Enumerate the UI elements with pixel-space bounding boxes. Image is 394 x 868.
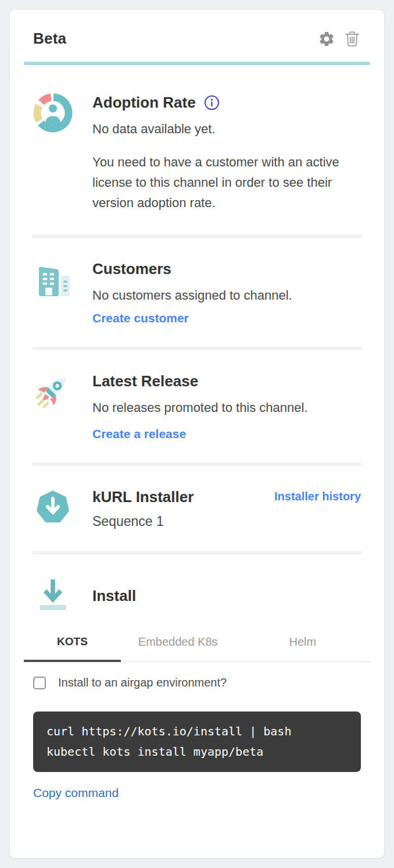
latest-release-title: Latest Release bbox=[92, 372, 361, 391]
command-line: kubectl kots install myapp/beta bbox=[46, 742, 348, 762]
tab-kots[interactable]: KOTS bbox=[24, 631, 121, 661]
latest-release-section: Latest Release No releases promoted to t… bbox=[24, 372, 370, 440]
tab-embedded-k8s[interactable]: Embedded K8s bbox=[121, 631, 235, 661]
rocket-icon bbox=[33, 372, 73, 411]
card-header: Beta bbox=[24, 30, 370, 48]
kurl-installer-content: kURL Installer Installer history Sequenc… bbox=[92, 488, 361, 530]
gear-icon[interactable] bbox=[318, 30, 335, 48]
customers-section: Customers No customers assigned to chann… bbox=[24, 259, 370, 325]
section-divider bbox=[32, 551, 362, 554]
install-tabs: KOTS Embedded K8s Helm bbox=[24, 631, 370, 662]
airgap-label: Install to an airgap environment? bbox=[58, 676, 227, 689]
download-arrow-icon bbox=[33, 576, 73, 616]
section-divider bbox=[32, 234, 362, 238]
section-divider bbox=[32, 463, 362, 466]
adoption-rate-section: Adoption Rate No data available yet. You… bbox=[24, 93, 370, 213]
release-empty-message: No releases promoted to this channel. bbox=[92, 400, 361, 417]
installer-sequence: Sequence 1 bbox=[92, 514, 361, 529]
header-actions bbox=[318, 30, 361, 48]
channel-accent-rule bbox=[24, 62, 370, 65]
command-line: curl https://kots.io/install | bash bbox=[46, 721, 348, 742]
trash-icon[interactable] bbox=[343, 30, 361, 48]
heptagon-download-icon bbox=[33, 488, 73, 527]
customers-empty-message: No customers assigned to channel. bbox=[92, 287, 361, 304]
latest-release-content: Latest Release No releases promoted to t… bbox=[92, 372, 361, 440]
kurl-installer-section: kURL Installer Installer history Sequenc… bbox=[24, 488, 370, 530]
install-command-block: curl https://kots.io/install | bashkubec… bbox=[33, 712, 361, 772]
adoption-empty-message: No data available yet. bbox=[92, 121, 361, 138]
tab-helm[interactable]: Helm bbox=[235, 631, 370, 661]
kurl-installer-title: kURL Installer bbox=[92, 488, 194, 507]
installer-history-link[interactable]: Installer history bbox=[274, 490, 361, 503]
adoption-description: You need to have a customer with an acti… bbox=[92, 152, 361, 213]
copy-command-link[interactable]: Copy command bbox=[33, 786, 119, 800]
donut-user-icon bbox=[33, 93, 73, 133]
customers-title: Customers bbox=[92, 259, 361, 279]
buildings-icon bbox=[33, 259, 73, 299]
channel-card: Beta Adoption bbox=[9, 9, 385, 859]
create-release-link[interactable]: Create a release bbox=[92, 427, 186, 441]
install-section-header: Install bbox=[24, 576, 370, 616]
customers-content: Customers No customers assigned to chann… bbox=[92, 259, 361, 325]
create-customer-link[interactable]: Create customer bbox=[92, 311, 189, 325]
section-divider bbox=[32, 347, 362, 350]
info-icon[interactable] bbox=[204, 95, 220, 111]
adoption-rate-content: Adoption Rate No data available yet. You… bbox=[92, 93, 361, 213]
channel-title: Beta bbox=[33, 30, 66, 48]
adoption-rate-title: Adoption Rate bbox=[92, 93, 196, 112]
install-title: Install bbox=[92, 586, 361, 606]
airgap-checkbox[interactable] bbox=[33, 677, 46, 689]
airgap-row: Install to an airgap environment? bbox=[24, 676, 370, 689]
